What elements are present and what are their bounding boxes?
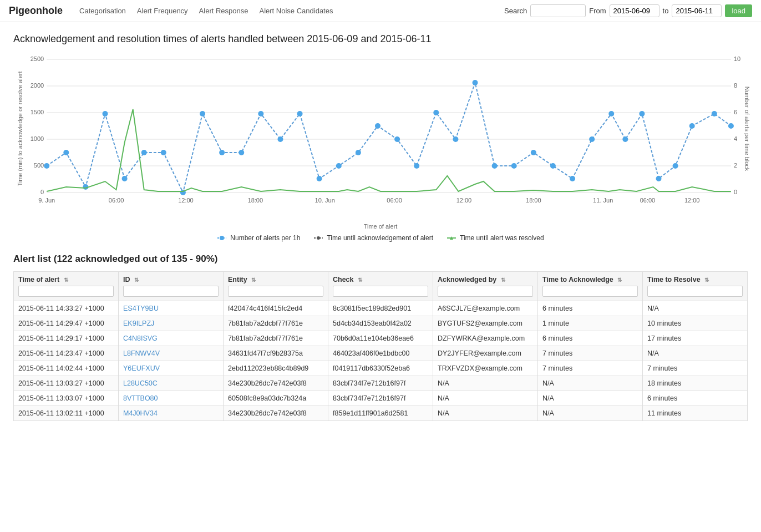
search-input[interactable] (530, 4, 586, 17)
id-link[interactable]: Y6EUFXUV (123, 364, 160, 372)
svg-point-53 (511, 163, 517, 169)
sort-icon-ack-by[interactable]: ⇅ (501, 277, 505, 283)
alert-list-title: Alert list (122 acknowledged out of 135 … (13, 254, 748, 265)
svg-point-38 (219, 150, 225, 155)
cell-tta: 6 minutes (538, 331, 643, 346)
svg-point-37 (200, 111, 205, 116)
cell-ttr: 7 minutes (643, 361, 748, 376)
filter-ttr[interactable] (647, 286, 743, 297)
legend-ack-time: Time until acknowledgement of alert (313, 234, 433, 242)
id-link[interactable]: L28UC50C (123, 379, 158, 387)
legend-resolve-time: Time until alert was resolved (447, 234, 544, 242)
filter-entity[interactable] (228, 286, 323, 297)
cell-entity: 34e230b26dc7e742e03f8 (224, 406, 328, 421)
cell-id[interactable]: M4J0HV34 (119, 406, 224, 421)
col-header-tta[interactable]: Time to Acknowledge ⇅ (538, 272, 643, 301)
id-link[interactable]: M4J0HV34 (123, 409, 158, 417)
svg-text:Time (min) to acknowledge or r: Time (min) to acknowledge or resolve ale… (17, 71, 23, 186)
cell-entity: 7b81fab7a2dcbf77f761e (224, 316, 328, 331)
svg-text:12:00: 12:00 (684, 197, 700, 204)
cell-check: 83cbf734f7e712b16f97f (328, 376, 433, 391)
cell-ttr: 6 minutes (643, 391, 748, 406)
load-button[interactable]: load (725, 4, 752, 17)
filter-time[interactable] (18, 286, 114, 297)
svg-point-45 (356, 150, 361, 155)
id-link[interactable]: C4N8ISVG (123, 335, 158, 342)
sort-icon-entity[interactable]: ⇅ (251, 277, 256, 283)
nav-alert-noise[interactable]: Alert Noise Candidates (260, 7, 333, 15)
cell-ttr: 17 minutes (643, 331, 748, 346)
cell-tta: 1 minute (538, 316, 643, 331)
filter-tta[interactable] (542, 286, 638, 297)
col-header-time[interactable]: Time of alert ⇅ (14, 272, 119, 301)
nav-alert-frequency[interactable]: Alert Frequency (137, 7, 188, 15)
id-link[interactable]: ES4TY9BU (123, 305, 159, 312)
cell-id[interactable]: Y6EUFXUV (119, 361, 224, 376)
col-header-ack-by[interactable]: Acknowledged by ⇅ (433, 272, 538, 301)
cell-id[interactable]: 8VTTBO80 (119, 391, 224, 406)
svg-text:12:00: 12:00 (178, 197, 194, 204)
svg-text:2500: 2500 (31, 55, 44, 62)
cell-time: 2015-06-11 13:03:07 +1000 (14, 391, 119, 406)
app-brand: Pigeonhole (9, 5, 63, 17)
svg-text:500: 500 (34, 162, 44, 169)
cell-entity: 60508fc8e9a03dc7b324a (224, 391, 328, 406)
filter-check[interactable] (333, 286, 428, 297)
sort-icon-ttr[interactable]: ⇅ (704, 277, 709, 283)
cell-entity: 7b81fab7a2dcbf77f761e (224, 331, 328, 346)
legend-dot-icon (217, 235, 227, 241)
svg-text:0: 0 (40, 189, 44, 195)
legend-ack-label: Time until acknowledgement of alert (327, 234, 433, 242)
cell-ack-by: BYGTUFS2@example.com (433, 316, 538, 331)
col-header-entity[interactable]: Entity ⇅ (224, 272, 328, 301)
col-header-id[interactable]: ID ⇅ (119, 272, 224, 301)
sort-icon-time[interactable]: ⇅ (64, 277, 68, 283)
id-link[interactable]: L8FNWV4V (123, 349, 160, 357)
svg-point-59 (622, 136, 628, 142)
cell-id[interactable]: L28UC50C (119, 376, 224, 391)
svg-text:06:00: 06:00 (640, 197, 656, 204)
cell-check: 8c3081f5ec189d82ed901 (328, 301, 433, 316)
svg-text:0: 0 (734, 189, 737, 195)
cell-tta: N/A (538, 406, 643, 421)
nav-alert-response[interactable]: Alert Response (199, 7, 248, 15)
table-row: 2015-06-11 14:23:47 +1000 L8FNWV4V 34631… (14, 346, 748, 361)
filter-ack-by[interactable] (438, 286, 533, 297)
id-link[interactable]: EK9ILPZJ (123, 320, 154, 327)
search-label: Search (504, 7, 527, 15)
svg-point-58 (608, 111, 614, 116)
cell-id[interactable]: L8FNWV4V (119, 346, 224, 361)
cell-id[interactable]: ES4TY9BU (119, 301, 224, 316)
cell-check: 83cbf734f7e712b16f97f (328, 391, 433, 406)
id-link[interactable]: 8VTTBO80 (123, 394, 158, 402)
table-row: 2015-06-11 14:29:47 +1000 EK9ILPZJ 7b81f… (14, 316, 748, 331)
svg-text:8: 8 (734, 82, 737, 89)
svg-text:2000: 2000 (31, 82, 44, 89)
svg-point-44 (336, 163, 342, 169)
cell-entity: 2ebd112023eb88c4b89d9 (224, 361, 328, 376)
from-date-input[interactable] (610, 4, 659, 17)
main-content: Acknowledgement and resolution times of … (0, 22, 761, 432)
filter-id[interactable] (123, 286, 219, 297)
from-label: From (589, 7, 606, 15)
svg-text:1000: 1000 (31, 135, 44, 142)
cell-id[interactable]: C4N8ISVG (119, 331, 224, 346)
col-header-ttr[interactable]: Time to Resolve ⇅ (643, 272, 748, 301)
col-header-check[interactable]: Check ⇅ (328, 272, 433, 301)
svg-point-42 (297, 111, 303, 116)
nav-categorisation[interactable]: Categorisation (79, 7, 126, 15)
svg-point-49 (433, 110, 439, 115)
svg-point-48 (414, 163, 419, 169)
cell-id[interactable]: EK9ILPZJ (119, 316, 224, 331)
svg-point-57 (589, 136, 595, 142)
to-date-input[interactable] (672, 4, 722, 17)
cell-ttr: N/A (643, 346, 748, 361)
sort-icon-tta[interactable]: ⇅ (617, 277, 622, 283)
svg-text:4: 4 (734, 135, 737, 142)
cell-ttr: 10 minutes (643, 316, 748, 331)
cell-time: 2015-06-11 14:02:44 +1000 (14, 361, 119, 376)
sort-icon-check[interactable]: ⇅ (358, 277, 362, 283)
cell-time: 2015-06-11 13:02:11 +1000 (14, 406, 119, 421)
sort-icon-id[interactable]: ⇅ (134, 277, 139, 283)
svg-point-63 (689, 123, 695, 129)
